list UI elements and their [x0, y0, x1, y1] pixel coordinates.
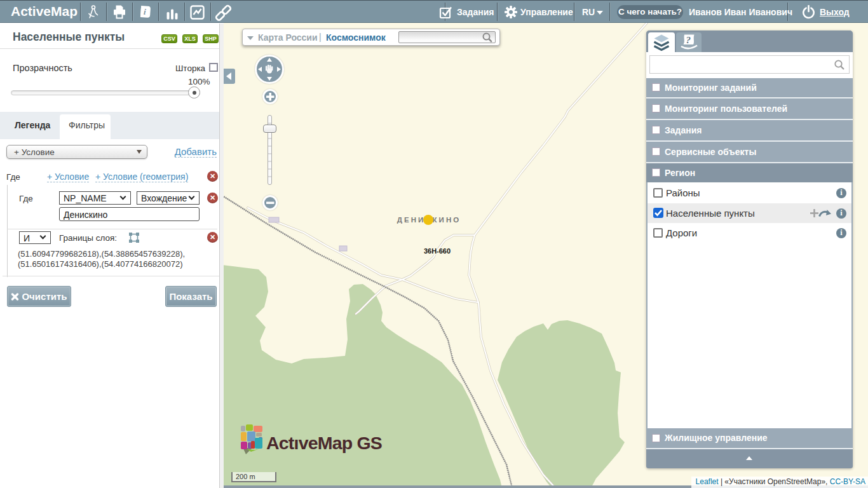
svg-text:36Н-660: 36Н-660	[424, 247, 451, 255]
svg-text:ActıveMap GS: ActıveMap GS	[266, 433, 382, 453]
svg-text:?: ?	[686, 35, 691, 45]
